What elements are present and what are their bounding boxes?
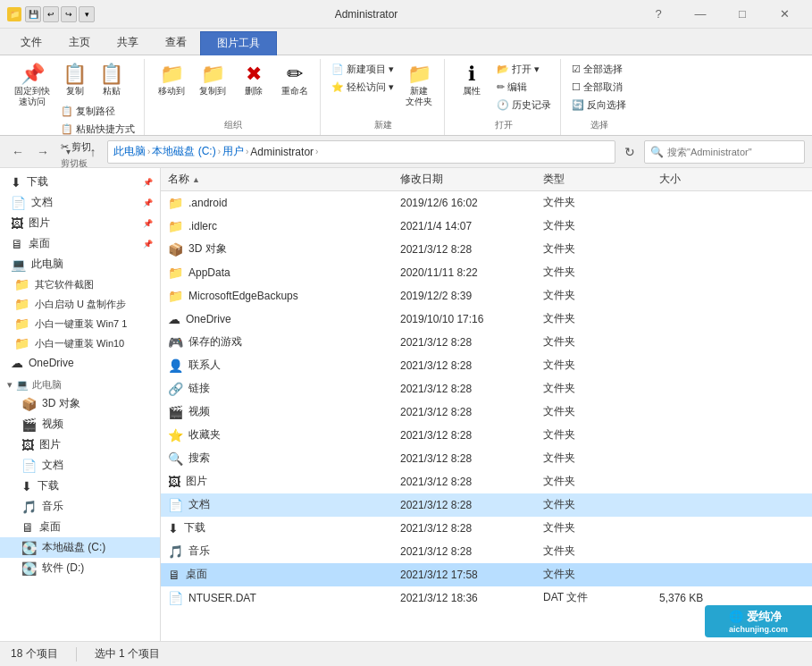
help-btn[interactable]: ? [638,0,679,29]
tab-picture-tools[interactable]: 图片工具 [200,31,277,55]
file-name-text: 链接 [188,381,210,396]
paste-shortcut-btn[interactable]: 📋 粘贴快捷方式 [57,121,138,138]
table-row[interactable]: ⬇下载2021/3/12 8:28文件夹 [161,517,812,540]
breadcrumb-item-admin[interactable]: Administrator [250,146,314,158]
sidebar-downloads[interactable]: ⬇ 下载 [0,476,160,496]
pin-arrow4: 📌 [143,240,153,249]
new-folder-btn[interactable]: 📁 新建文件夹 [399,61,439,111]
redo-qs-btn[interactable]: ↪ [61,6,77,22]
history-icon: 🕐 [497,99,509,111]
sidebar-item-usb[interactable]: 📁 小白启动 U 盘制作步 [0,294,160,314]
copy-to-btn[interactable]: 📁 复制到 [193,61,232,100]
properties-icon: ℹ [468,64,475,84]
refresh-btn[interactable]: ↻ [619,141,640,163]
table-row[interactable]: 🎵音乐2021/3/12 8:28文件夹 [161,540,812,563]
sidebar-pics[interactable]: 🖼 图片 [0,434,160,455]
invert-selection-btn[interactable]: 🔄 反向选择 [568,97,630,114]
up-btn[interactable]: ↑ [82,141,104,163]
pin-arrow3: 📌 [143,219,153,228]
new-item-btn[interactable]: 📄 新建项目 ▾ [328,61,398,78]
usb-icon: 📁 [14,297,29,311]
sidebar-item-onedrive[interactable]: ☁ OneDrive [0,353,160,373]
easy-access-btn[interactable]: ⭐ 轻松访问 ▾ [328,79,398,96]
undo-qs-btn[interactable]: ↩ [43,6,59,22]
sidebar-3dobjects[interactable]: 📦 3D 对象 [0,393,160,414]
status-bar: 18 个项目 选中 1 个项目 [0,641,812,666]
sidebar-soft-disk[interactable]: 💽 软件 (D:) [0,558,160,578]
sidebar-music[interactable]: 🎵 音乐 [0,496,160,517]
table-row[interactable]: 🖥桌面2021/3/12 17:58文件夹 [161,563,812,586]
sidebar-item-pictures[interactable]: 🖼 图片 📌 [0,213,160,233]
more-qs-btn[interactable]: ▾ [79,6,95,22]
search-input[interactable] [667,147,799,157]
table-row[interactable]: 🔍搜索2021/3/12 8:28文件夹 [161,447,812,470]
table-row[interactable]: 🎬视频2021/3/12 8:28文件夹 [161,400,812,424]
docs-icon: 📄 [11,196,26,210]
move-to-btn[interactable]: 📁 移动到 [152,61,191,100]
table-row[interactable]: 🎮保存的游戏2021/3/12 8:28文件夹 [161,331,812,354]
edit-btn[interactable]: ✏ 编辑 [493,79,555,96]
pin-to-quick-access-btn[interactable]: 📌 固定到快速访问 [9,61,55,111]
minimize-btn[interactable]: — [680,0,721,29]
col-size[interactable]: 大小 [652,172,741,187]
file-list-header: 名称 ▲ 修改日期 类型 大小 [161,168,812,191]
col-date[interactable]: 修改日期 [393,172,536,187]
close-btn[interactable]: ✕ [764,0,805,29]
breadcrumb-item-c[interactable]: 本地磁盘 (C:) [152,144,215,159]
open-btn[interactable]: 📂 打开 ▾ [493,61,555,78]
file-date-cell: 2021/3/12 8:28 [393,404,536,420]
forward-btn[interactable]: → [32,141,54,163]
breadcrumb-item-thispc[interactable]: 此电脑 [113,144,146,159]
file-name-text: 搜索 [188,451,210,466]
col-type[interactable]: 类型 [536,172,652,187]
paste-btn[interactable]: 📋 粘贴 [94,61,129,100]
save-qs-btn[interactable]: 💾 [25,6,41,22]
win10-icon: 📁 [14,336,29,350]
sidebar-item-docs[interactable]: 📄 文档 📌 [0,192,160,213]
sidebar-item-download[interactable]: ⬇ 下载 📌 [0,172,160,192]
table-row[interactable]: 📁MicrosoftEdgeBackups2019/12/2 8:39文件夹 [161,284,812,308]
maximize-btn[interactable]: □ [722,0,763,29]
tab-share[interactable]: 共享 [104,30,152,55]
sidebar-item-win10[interactable]: 📁 小白一键重装 Win10 [0,333,160,353]
sidebar-item-win7[interactable]: 📁 小白一键重装 Win7 1 [0,314,160,333]
new-folder-icon: 📁 [407,64,431,84]
file-name-cell: ☁OneDrive [161,310,393,328]
select-all-btn[interactable]: ☑ 全部选择 [568,61,630,78]
rename-btn[interactable]: ✏ 重命名 [275,61,314,100]
delete-btn[interactable]: ✖ 删除 [234,61,273,100]
table-row[interactable]: 📁.idlerc2021/1/4 14:07文件夹 [161,215,812,238]
back-btn[interactable]: ← [7,141,29,163]
history-btn[interactable]: 🕐 历史记录 [493,97,555,114]
table-row[interactable]: 📁.android2019/12/6 16:02文件夹 [161,191,812,215]
copy-path-btn[interactable]: 📋 复制路径 [57,103,138,120]
sidebar-desktop2[interactable]: 🖥 桌面 [0,517,160,537]
table-row[interactable]: 📦3D 对象2021/3/12 8:28文件夹 [161,238,812,261]
table-row[interactable]: ☁OneDrive2019/10/10 17:16文件夹 [161,308,812,331]
thispc-icon: 💻 [16,379,29,391]
organize-content: 📁 移动到 📁 复制到 ✖ 删除 ✏ 重命名 [152,59,314,117]
sidebar-videos[interactable]: 🎬 视频 [0,414,160,434]
tab-view[interactable]: 查看 [152,30,200,55]
table-row[interactable]: 📄文档2021/3/12 8:28文件夹 [161,493,812,517]
recent-btn[interactable]: ▾ [57,141,79,163]
sidebar-item-thispc-link[interactable]: 💻 此电脑 [0,254,160,274]
table-row[interactable]: ⭐收藏夹2021/3/12 8:28文件夹 [161,424,812,447]
tab-home[interactable]: 主页 [55,30,104,55]
col-name[interactable]: 名称 ▲ [161,172,393,187]
breadcrumb-item-users[interactable]: 用户 [222,144,244,159]
sidebar-item-other-software[interactable]: 📁 其它软件截图 [0,274,160,294]
sidebar-local-disk[interactable]: 💽 本地磁盘 (C:) [0,537,160,558]
table-row[interactable]: 👤联系人2021/3/12 8:28文件夹 [161,354,812,377]
tab-file[interactable]: 文件 [7,30,55,55]
table-row[interactable]: 📁AppData2020/11/11 8:22文件夹 [161,261,812,284]
sidebar-thispc-section[interactable]: ▾ 💻 此电脑 [0,373,160,393]
copy-btn[interactable]: 📋 复制 [57,61,92,100]
table-row[interactable]: 🔗链接2021/3/12 8:28文件夹 [161,377,812,400]
sidebar-documents[interactable]: 📄 文档 [0,455,160,476]
sidebar-item-desktop[interactable]: 🖥 桌面 📌 [0,233,160,254]
table-row[interactable]: 🖼图片2021/3/12 8:28文件夹 [161,470,812,493]
thispc-link-icon: 💻 [11,257,26,272]
properties-btn[interactable]: ℹ 属性 [452,61,491,100]
select-none-btn[interactable]: ☐ 全部取消 [568,79,630,96]
